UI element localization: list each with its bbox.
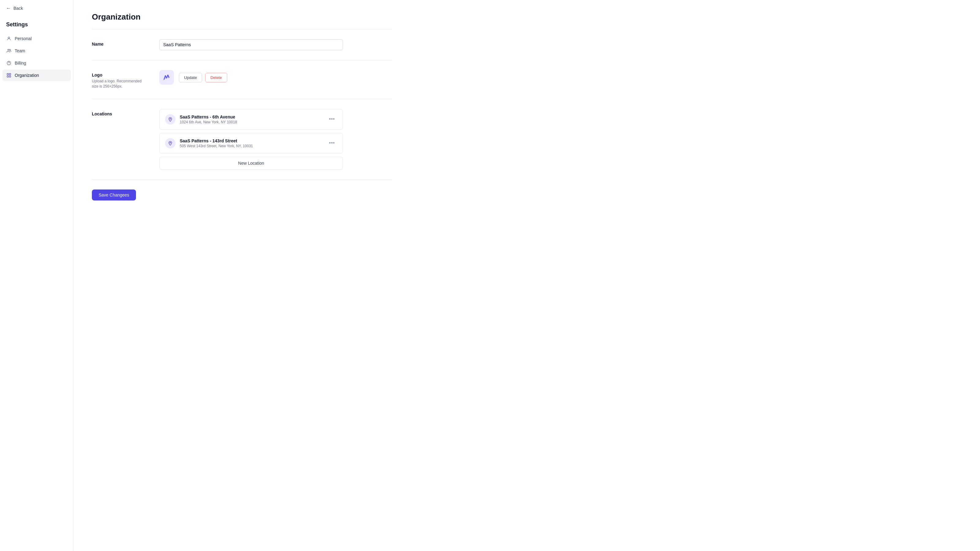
svg-point-2 bbox=[9, 49, 10, 51]
locations-content: SaaS Patterns - 6th Avenue 1024 6th Ave,… bbox=[159, 109, 343, 170]
sidebar-item-label: Billing bbox=[15, 60, 26, 65]
logo-content: Update Delete bbox=[159, 70, 343, 89]
person-icon bbox=[6, 36, 12, 41]
svg-rect-6 bbox=[7, 76, 9, 77]
three-dots-icon: ••• bbox=[329, 140, 335, 146]
location-name: SaaS Patterns - 6th Avenue bbox=[180, 114, 237, 119]
sidebar-item-personal[interactable]: Personal bbox=[2, 33, 71, 44]
svg-point-0 bbox=[8, 37, 10, 38]
logo-action-buttons: Update Delete bbox=[179, 73, 227, 83]
sidebar-item-billing[interactable]: Billing bbox=[2, 57, 71, 69]
sidebar-item-label: Personal bbox=[15, 36, 32, 41]
name-section: Name bbox=[92, 39, 392, 60]
sidebar-item-team[interactable]: Team bbox=[2, 45, 71, 57]
back-label: Back bbox=[13, 6, 23, 11]
team-icon bbox=[6, 48, 12, 54]
svg-rect-5 bbox=[9, 73, 11, 75]
location-info: SaaS Patterns - 6th Avenue 1024 6th Ave,… bbox=[165, 114, 237, 125]
save-button[interactable]: Save Changees bbox=[92, 189, 136, 200]
location-card: SaaS Patterns - 6th Avenue 1024 6th Ave,… bbox=[159, 109, 343, 130]
sidebar-item-organization[interactable]: Organization bbox=[2, 70, 71, 81]
locations-label-container: Locations bbox=[92, 109, 147, 170]
org-icon bbox=[6, 73, 12, 78]
logo-sublabel: Upload a logo. Recommended size is 256×2… bbox=[92, 79, 147, 89]
app-layout: ← Back Settings Personal bbox=[0, 0, 980, 551]
location-pin-icon bbox=[165, 138, 175, 148]
update-logo-button[interactable]: Update bbox=[179, 73, 202, 83]
location-address: 1024 6th Ave, New York, NY 10018 bbox=[180, 120, 237, 124]
page-title: Organization bbox=[92, 12, 392, 22]
three-dots-icon: ••• bbox=[329, 116, 335, 122]
sidebar: ← Back Settings Personal bbox=[0, 0, 73, 551]
name-input[interactable] bbox=[159, 39, 343, 50]
svg-rect-4 bbox=[7, 73, 9, 75]
name-content bbox=[159, 39, 343, 50]
logo-area: Update Delete bbox=[159, 70, 343, 85]
location-details: SaaS Patterns - 143rd Street 505 West 14… bbox=[180, 138, 253, 148]
location-card: SaaS Patterns - 143rd Street 505 West 14… bbox=[159, 133, 343, 154]
svg-rect-7 bbox=[9, 76, 11, 77]
sidebar-item-label: Organization bbox=[15, 73, 39, 78]
svg-point-8 bbox=[170, 118, 170, 119]
location-address: 505 West 143rd Street, New York, NY, 100… bbox=[180, 144, 253, 148]
logo-label: Logo bbox=[92, 70, 147, 78]
sidebar-nav: Personal Team bbox=[0, 32, 73, 83]
svg-point-9 bbox=[170, 142, 170, 143]
back-arrow-icon: ← bbox=[6, 5, 11, 11]
locations-label: Locations bbox=[92, 109, 147, 116]
save-section: Save Changees bbox=[92, 189, 392, 200]
logo-section: Logo Upload a logo. Recommended size is … bbox=[92, 70, 392, 99]
location-name: SaaS Patterns - 143rd Street bbox=[180, 138, 253, 143]
location-menu-button[interactable]: ••• bbox=[326, 115, 337, 124]
location-details: SaaS Patterns - 6th Avenue 1024 6th Ave,… bbox=[180, 114, 237, 124]
location-menu-button[interactable]: ••• bbox=[326, 139, 337, 148]
locations-section: Locations bbox=[92, 109, 392, 180]
name-label-container: Name bbox=[92, 39, 147, 50]
logo-image bbox=[162, 73, 171, 82]
logo-label-container: Logo Upload a logo. Recommended size is … bbox=[92, 70, 147, 89]
logo-icon-container bbox=[159, 70, 174, 85]
sidebar-title: Settings bbox=[0, 16, 73, 32]
name-label: Name bbox=[92, 39, 147, 46]
title-divider bbox=[92, 29, 392, 29]
main-content: Organization Name Logo Upload a logo. Re… bbox=[73, 0, 410, 551]
billing-icon bbox=[6, 60, 12, 66]
location-pin-icon bbox=[165, 114, 175, 125]
back-button[interactable]: ← Back bbox=[0, 0, 73, 16]
svg-point-1 bbox=[8, 49, 9, 51]
delete-logo-button[interactable]: Delete bbox=[205, 73, 227, 83]
locations-list: SaaS Patterns - 6th Avenue 1024 6th Ave,… bbox=[159, 109, 343, 170]
new-location-button[interactable]: New Location bbox=[159, 157, 343, 170]
sidebar-item-label: Team bbox=[15, 48, 25, 53]
location-info: SaaS Patterns - 143rd Street 505 West 14… bbox=[165, 138, 253, 148]
